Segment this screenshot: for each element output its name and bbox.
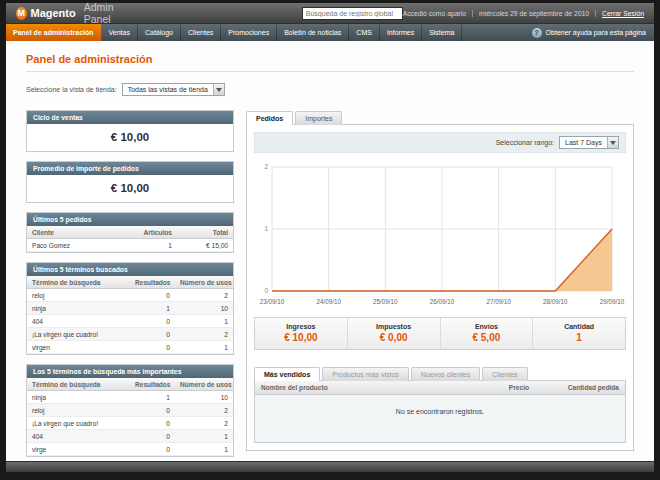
average-orders-value: € 10,00 (27, 175, 233, 202)
stat-tax: Impuestos € 0,00 (348, 318, 441, 349)
table-row[interactable]: virgen 0 1 (27, 341, 233, 354)
cell-results: 0 (130, 404, 175, 417)
nav-item-label: Ventas (109, 29, 130, 36)
stat-value: 1 (533, 332, 625, 343)
cell-uses: 2 (175, 328, 233, 341)
nav-item-label: CMS (356, 29, 372, 36)
table-row[interactable]: 404 0 1 (27, 430, 233, 443)
svg-text:0: 0 (264, 287, 268, 294)
table-row[interactable]: ninja 1 10 (27, 302, 233, 315)
cell-term: ninja (27, 302, 130, 315)
lifetime-sales-value: € 10,00 (27, 124, 233, 151)
totals-row: Ingresos € 10,00 Impuestos € 0,00 Envíos… (254, 317, 626, 350)
last-search-terms-panel: Últimos 5 términos buscados Término de b… (26, 262, 234, 355)
footer-bar (6, 461, 654, 472)
products-tabs: Más vendidos Productos más vistos Nuevos… (254, 366, 626, 380)
stat-label: Ingresos (255, 323, 347, 330)
column-header: Precio (445, 381, 535, 394)
cell-results: 0 (130, 289, 175, 302)
last-search-terms-title: Últimos 5 términos buscados (27, 263, 233, 276)
store-view-label: Seleccione la vista de tienda: (26, 86, 117, 93)
cell-results: 1 (130, 391, 175, 404)
column-header: Número de usos (175, 378, 233, 391)
tab-customers[interactable]: Clientes (482, 367, 527, 381)
cell-total: € 15,00 (177, 239, 233, 252)
app-header: M Magento Admin Panel Accedió como apari… (6, 3, 654, 24)
top-search-terms-title: Los 5 términos de búsqueda más important… (27, 365, 233, 378)
cell-term: 404 (27, 315, 130, 328)
last-orders-panel: Últimos 5 pedidos Cliente Artículos Tota… (26, 212, 234, 253)
nav-item-newsletter[interactable]: Boletín de noticias (277, 24, 349, 41)
table-row[interactable]: ninja 1 10 (27, 391, 233, 404)
nav-item-system[interactable]: Sistema (422, 24, 462, 41)
range-select[interactable]: Last 7 Days (559, 136, 619, 149)
cell-results: 0 (130, 443, 175, 456)
column-header: Cantidad pedida (535, 381, 625, 394)
nav-item-cms[interactable]: CMS (349, 24, 380, 41)
table-row[interactable]: ¡La virgen que cuadro! 0 2 (27, 328, 233, 341)
products-table-header: Nombre del producto Precio Cantidad pedi… (255, 381, 625, 395)
nav-item-catalog[interactable]: Catálogo (138, 24, 181, 41)
table-row[interactable]: virge 0 1 (27, 443, 233, 456)
stat-shipping: Envíos € 5,00 (441, 318, 534, 349)
svg-text:2: 2 (264, 163, 268, 170)
nav-item-promotions[interactable]: Promociones (221, 24, 277, 41)
page-help-link[interactable]: ? Obtener ayuda para esta página (524, 24, 654, 41)
nav-item-label: Catálogo (145, 29, 173, 36)
svg-text:26/09/10: 26/09/10 (430, 298, 455, 305)
nav-item-customers[interactable]: Clientes (181, 24, 221, 41)
table-row[interactable]: reloj 0 2 (27, 289, 233, 302)
tab-most-viewed[interactable]: Productos más vistos (322, 367, 409, 381)
main-nav: Panel de administración Ventas Catálogo … (6, 24, 654, 41)
cell-items: 1 (129, 239, 177, 252)
store-view-select[interactable]: Todas las vistas de tienda (122, 83, 225, 96)
chart-container: 01223/09/1024/09/1025/09/1026/09/1027/09… (254, 153, 626, 311)
lifetime-sales-title: Ciclo de ventas (27, 111, 233, 124)
nav-item-reports[interactable]: Informes (380, 24, 422, 41)
cell-uses: 1 (175, 315, 233, 328)
svg-text:28/09/10: 28/09/10 (543, 298, 568, 305)
cell-results: 1 (130, 302, 175, 315)
header-date: miércoles 29 de septiembre de 2010 (472, 10, 589, 17)
table-row[interactable]: 404 0 1 (27, 315, 233, 328)
stat-value: € 0,00 (348, 332, 440, 343)
stat-value: € 10,00 (255, 332, 347, 343)
column-header: Término de búsqueda (27, 276, 130, 289)
top-search-terms-panel: Los 5 términos de búsqueda más important… (26, 364, 234, 457)
tab-orders[interactable]: Pedidos (246, 111, 293, 125)
nav-item-label: Clientes (188, 29, 213, 36)
table-row[interactable]: reloj 0 2 (27, 404, 233, 417)
cell-uses: 10 (175, 391, 233, 404)
table-row[interactable]: ¡La virgen que cuadro! 0 2 (27, 417, 233, 430)
logout-link[interactable]: Cerrar Sesión (595, 10, 644, 17)
cell-term: ¡La virgen que cuadro! (27, 417, 130, 430)
tab-amounts[interactable]: Importes (295, 111, 342, 125)
orders-chart: 01223/09/1024/09/1025/09/1026/09/1027/09… (254, 161, 626, 311)
column-header: Artículos (129, 226, 177, 239)
stat-label: Cantidad (533, 323, 625, 330)
svg-text:27/09/10: 27/09/10 (486, 298, 511, 305)
range-label: Seleccionar rango: (496, 139, 554, 146)
nav-item-dashboard[interactable]: Panel de administración (6, 24, 102, 41)
tab-bestsellers[interactable]: Más vendidos (254, 367, 320, 381)
tab-new-customers[interactable]: Nuevos clientes (411, 367, 480, 381)
logo-subtitle: Admin Panel (84, 1, 132, 25)
global-search-input[interactable] (302, 7, 403, 20)
nav-item-label: Informes (387, 29, 414, 36)
logo-text: Magento (31, 7, 76, 19)
stat-label: Impuestos (348, 323, 440, 330)
stat-quantity: Cantidad 1 (533, 318, 625, 349)
cell-results: 0 (130, 328, 175, 341)
column-header: Nombre del producto (255, 381, 445, 394)
help-icon: ? (532, 28, 542, 38)
dashboard-sidebar: Ciclo de ventas € 10,00 Promedio de impo… (26, 110, 234, 461)
app-frame: M Magento Admin Panel Accedió como apari… (6, 3, 654, 472)
cell-uses: 1 (175, 430, 233, 443)
cell-uses: 2 (175, 417, 233, 430)
column-header: Término de búsqueda (27, 378, 130, 391)
cell-uses: 10 (175, 302, 233, 315)
table-row[interactable]: Paco Gomez 1 € 15,00 (27, 239, 233, 252)
cell-results: 0 (130, 417, 175, 430)
nav-item-sales[interactable]: Ventas (102, 24, 138, 41)
nav-item-label: Promociones (228, 29, 269, 36)
